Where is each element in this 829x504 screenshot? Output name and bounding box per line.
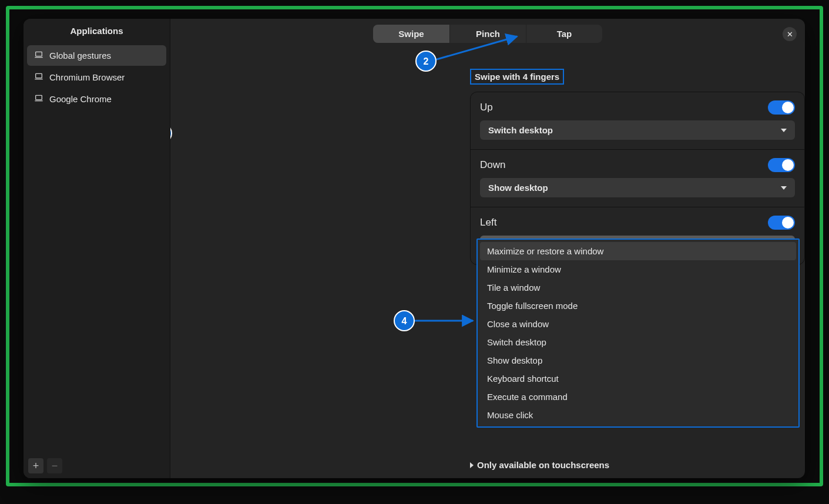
chevron-right-icon [470,462,474,468]
toggle-left[interactable] [768,216,795,230]
chevron-down-icon [781,129,787,132]
popup-option[interactable]: Minimize a window [480,260,796,278]
svg-point-16 [394,311,414,331]
svg-point-10 [170,123,172,143]
toggle-down[interactable] [768,158,795,172]
svg-point-7 [416,51,436,71]
sidebar-item-google-chrome[interactable]: Google Chrome [27,89,166,109]
action-select-up[interactable]: Switch desktop [480,120,795,140]
tab-swipe[interactable]: Swipe [373,25,449,43]
close-icon: ✕ [787,30,793,39]
setting-up: UpSwitch desktop [471,92,804,150]
tab-pinch[interactable]: Pinch [449,25,526,43]
tab-group: SwipePinchTap [373,25,602,43]
svg-rect-4 [36,95,42,99]
remove-application-button[interactable]: − [47,458,62,473]
sidebar-item-label: Google Chrome [49,94,112,104]
popup-option[interactable]: Maximize or restore a window [480,242,796,260]
tab-bar: SwipePinchTap ✕ [170,19,805,43]
svg-rect-0 [36,52,42,56]
action-select-value: Switch desktop [488,125,553,135]
sidebar-item-global-gestures[interactable]: Global gestures [27,45,166,66]
action-select-value: Show desktop [488,183,548,193]
add-application-button[interactable]: + [28,458,43,473]
popup-option[interactable]: Show desktop [480,351,796,369]
svg-text:2: 2 [424,56,429,66]
touchscreen-disclosure[interactable]: Only available on touchscreens [470,460,609,470]
sidebar-item-label: Global gestures [49,51,111,61]
popup-option[interactable]: Execute a command [480,388,796,406]
section-title: Swipe with 4 fingers [470,69,564,85]
direction-label: Down [480,159,505,171]
popup-option[interactable]: Tile a window [480,278,796,297]
popup-option[interactable]: Mouse click [480,406,796,424]
main-panel: SwipePinchTap ✕ Swipe with 4 fingers UpS… [170,19,805,478]
popup-option[interactable]: Switch desktop [480,333,796,351]
direction-label: Up [480,102,493,113]
sidebar-list: Global gesturesChromium BrowserGoogle Ch… [24,43,170,453]
svg-rect-2 [36,73,42,78]
setting-down: DownShow desktop [471,150,804,207]
sidebar-item-chromium-browser[interactable]: Chromium Browser [27,67,166,88]
tab-tap[interactable]: Tap [526,25,602,43]
laptop-icon [34,93,43,105]
close-window-button[interactable]: ✕ [783,27,797,41]
settings-window: Applications Global gesturesChromium Bro… [24,19,805,478]
sidebar-item-label: Chromium Browser [49,72,125,82]
action-select-down[interactable]: Show desktop [480,178,795,197]
popup-option[interactable]: Close a window [480,315,796,333]
laptop-icon [34,72,43,83]
sidebar-footer: + − [24,453,170,478]
disclosure-label: Only available on touchscreens [477,460,609,470]
svg-text:4: 4 [402,316,407,326]
sidebar: Applications Global gesturesChromium Bro… [24,19,170,478]
action-dropdown-popup[interactable]: Maximize or restore a windowMinimize a w… [476,238,800,428]
toggle-up[interactable] [768,100,795,115]
chevron-down-icon [781,186,787,190]
sidebar-title: Applications [24,19,170,43]
laptop-icon [34,50,43,61]
direction-label: Left [480,217,496,229]
popup-option[interactable]: Toggle fullscreen mode [480,297,796,315]
popup-option[interactable]: Keyboard shortcut [480,369,796,388]
